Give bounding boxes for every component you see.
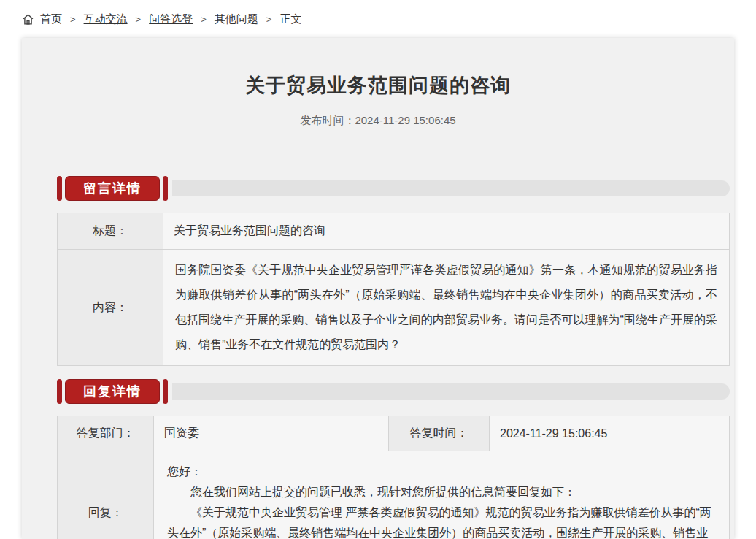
row-value-reply-time: 2024-11-29 15:06:45: [490, 416, 729, 451]
section-header-message: 留言详情: [57, 176, 730, 201]
page-title: 关于贸易业务范围问题的咨询: [22, 38, 734, 99]
row-value-title: 关于贸易业务范围问题的咨询: [163, 213, 729, 249]
breadcrumb-item-interaction[interactable]: 互动交流: [84, 12, 128, 26]
row-label-reply: 回复：: [58, 451, 154, 539]
message-section-badge: 留言详情: [65, 176, 160, 201]
breadcrumb-item-qa[interactable]: 问答选登: [149, 12, 193, 26]
section-header-track: [172, 383, 730, 400]
table-row-reply: 回复： 您好： 您在我们网站上提交的问题已收悉，现针对您所提供的信息简要回复如下…: [58, 451, 729, 539]
row-label-reply-time: 答复时间：: [389, 416, 490, 451]
breadcrumb-separator: >: [266, 14, 272, 25]
badge-left-bar: [57, 176, 62, 201]
row-label-content: 内容：: [58, 250, 163, 365]
table-row-title: 标题： 关于贸易业务范围问题的咨询: [58, 213, 729, 250]
breadcrumb-item-current: 正文: [279, 12, 301, 26]
table-row-content: 内容： 国务院国资委《关于规范中央企业贸易管理严谨各类虚假贸易的通知》第一条，本…: [58, 250, 729, 365]
section-header-reply: 回复详情: [57, 379, 730, 404]
reply-paragraph: 您好：: [167, 462, 716, 482]
row-value-content: 国务院国资委《关于规范中央企业贸易管理严谨各类虚假贸易的通知》第一条，本通知规范…: [163, 250, 729, 365]
home-icon[interactable]: [22, 13, 34, 26]
breadcrumb-separator: >: [70, 14, 76, 25]
badge-right-bar: [163, 176, 168, 201]
row-value-reply: 您好： 您在我们网站上提交的问题已收悉，现针对您所提供的信息简要回复如下： 《关…: [154, 451, 729, 539]
table-row-reply-meta: 答复部门： 国资委 答复时间： 2024-11-29 15:06:45: [58, 416, 729, 451]
row-value-dept: 国资委: [154, 416, 389, 451]
breadcrumb-item-home[interactable]: 首页: [40, 12, 62, 26]
badge-right-bar: [163, 379, 168, 404]
reply-section-badge: 回复详情: [65, 379, 160, 404]
publish-time: 发布时间：2024-11-29 15:06:45: [22, 114, 734, 128]
breadcrumb: 首页 > 互动交流 > 问答选登 > 其他问题 > 正文: [0, 0, 756, 38]
row-label-dept: 答复部门：: [58, 416, 154, 451]
reply-paragraph: 《关于规范中央企业贸易管理 严禁各类虚假贸易的通知》规范的贸易业务指为赚取供销差…: [167, 502, 716, 539]
message-table: 标题： 关于贸易业务范围问题的咨询 内容： 国务院国资委《关于规范中央企业贸易管…: [57, 213, 730, 366]
reply-paragraph: 您在我们网站上提交的问题已收悉，现针对您所提供的信息简要回复如下：: [167, 482, 716, 502]
badge-left-bar: [57, 379, 62, 404]
reply-table: 答复部门： 国资委 答复时间： 2024-11-29 15:06:45 回复： …: [57, 416, 730, 539]
breadcrumb-separator: >: [136, 14, 142, 25]
breadcrumb-separator: >: [201, 14, 207, 25]
row-label-title: 标题：: [58, 213, 163, 249]
content-panel: 关于贸易业务范围问题的咨询 发布时间：2024-11-29 15:06:45 留…: [22, 38, 734, 539]
breadcrumb-item-other[interactable]: 其他问题: [215, 12, 258, 26]
section-header-track: [172, 180, 730, 196]
title-divider: [36, 142, 720, 142]
